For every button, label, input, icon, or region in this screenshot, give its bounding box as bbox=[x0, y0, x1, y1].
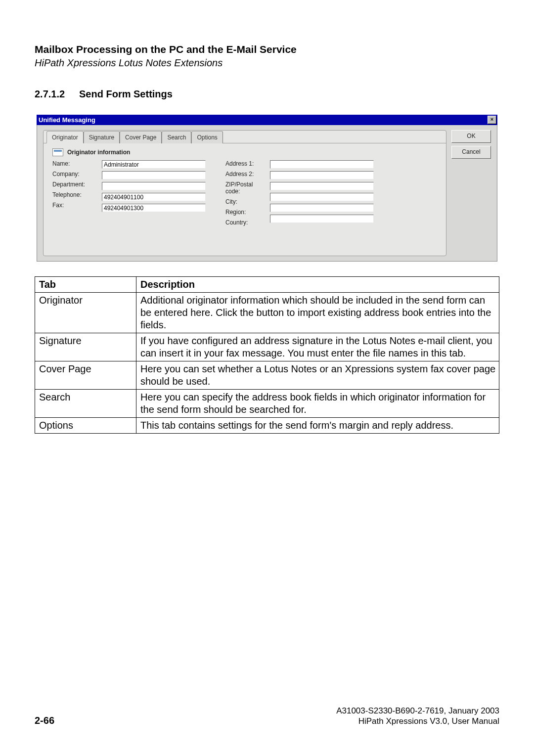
label-name: Name: bbox=[52, 160, 97, 167]
cell-tab: Signature bbox=[35, 333, 136, 361]
city-field[interactable] bbox=[270, 193, 374, 201]
cell-tab: Options bbox=[35, 418, 136, 434]
label-city: City: bbox=[225, 198, 265, 205]
tab-options[interactable]: Options bbox=[191, 131, 222, 143]
dialog-title: Unified Messaging bbox=[39, 116, 95, 124]
region-field[interactable] bbox=[270, 204, 374, 212]
cell-tab: Originator bbox=[35, 293, 136, 333]
cell-desc: This tab contains settings for the send … bbox=[136, 418, 499, 434]
unified-messaging-dialog: Unified Messaging × Originator Signature… bbox=[37, 115, 497, 262]
footer-manual: HiPath Xpressions V3.0, User Manual bbox=[336, 716, 499, 726]
originator-info-label: Originator information bbox=[67, 149, 130, 156]
header-tab: Tab bbox=[35, 277, 136, 293]
page-subtitle: HiPath Xpressions Lotus Notes Extensions bbox=[35, 57, 499, 69]
fax-field[interactable] bbox=[102, 204, 206, 212]
dialog-titlebar: Unified Messaging × bbox=[37, 115, 497, 125]
address1-field[interactable] bbox=[270, 160, 374, 169]
country-field[interactable] bbox=[270, 215, 374, 223]
dialog-tabs: Originator Signature Cover Page Search O… bbox=[44, 131, 446, 143]
tab-search[interactable]: Search bbox=[162, 131, 191, 143]
label-company: Company: bbox=[52, 171, 97, 178]
company-field[interactable] bbox=[102, 171, 206, 179]
table-row: Cover Page Here you can set whether a Lo… bbox=[35, 361, 499, 390]
label-address2: Address 2: bbox=[225, 171, 265, 178]
tab-signature[interactable]: Signature bbox=[84, 131, 120, 143]
card-icon bbox=[52, 148, 63, 156]
page-title: Mailbox Processing on the PC and the E-M… bbox=[35, 44, 499, 55]
label-address1: Address 1: bbox=[225, 160, 265, 167]
originator-info-heading: Originator information bbox=[52, 148, 439, 156]
name-field[interactable] bbox=[102, 160, 206, 169]
department-field[interactable] bbox=[102, 182, 206, 190]
label-zip: ZIP/Postal code: bbox=[225, 181, 265, 195]
telephone-field[interactable] bbox=[102, 193, 206, 201]
close-icon[interactable]: × bbox=[488, 116, 496, 124]
table-row: Originator Additional originator informa… bbox=[35, 293, 499, 333]
label-fax: Fax: bbox=[52, 202, 97, 209]
cell-tab: Cover Page bbox=[35, 361, 136, 390]
cancel-button[interactable]: Cancel bbox=[451, 146, 491, 159]
label-country: Country: bbox=[225, 219, 265, 226]
section-heading: 2.7.1.2Send Form Settings bbox=[35, 89, 499, 100]
section-title: Send Form Settings bbox=[79, 89, 173, 99]
ok-button[interactable]: OK bbox=[451, 130, 491, 143]
cell-desc: If you have configured an address signat… bbox=[136, 333, 499, 361]
section-number: 2.7.1.2 bbox=[35, 89, 79, 100]
label-region: Region: bbox=[225, 209, 265, 216]
zip-field[interactable] bbox=[270, 182, 374, 190]
tab-cover-page[interactable]: Cover Page bbox=[120, 131, 162, 143]
tab-originator[interactable]: Originator bbox=[46, 131, 84, 143]
table-header-row: Tab Description bbox=[35, 277, 499, 293]
footer-doc-id: A31003-S2330-B690-2-7619, January 2003 bbox=[336, 706, 499, 716]
label-telephone: Telephone: bbox=[52, 191, 97, 198]
page-footer: 2-66 A31003-S2330-B690-2-7619, January 2… bbox=[35, 706, 499, 726]
table-row: Signature If you have configured an addr… bbox=[35, 333, 499, 361]
table-row: Options This tab contains settings for t… bbox=[35, 418, 499, 434]
label-department: Department: bbox=[52, 181, 97, 188]
address2-field[interactable] bbox=[270, 171, 374, 179]
cell-tab: Search bbox=[35, 390, 136, 418]
table-row: Search Here you can specify the address … bbox=[35, 390, 499, 418]
cell-desc: Here you can set whether a Lotus Notes o… bbox=[136, 361, 499, 390]
page-number: 2-66 bbox=[35, 715, 54, 726]
tab-description-table: Tab Description Originator Additional or… bbox=[35, 276, 499, 434]
cell-desc: Additional originator information which … bbox=[136, 293, 499, 333]
cell-desc: Here you can specify the address book fi… bbox=[136, 390, 499, 418]
header-desc: Description bbox=[136, 277, 499, 293]
